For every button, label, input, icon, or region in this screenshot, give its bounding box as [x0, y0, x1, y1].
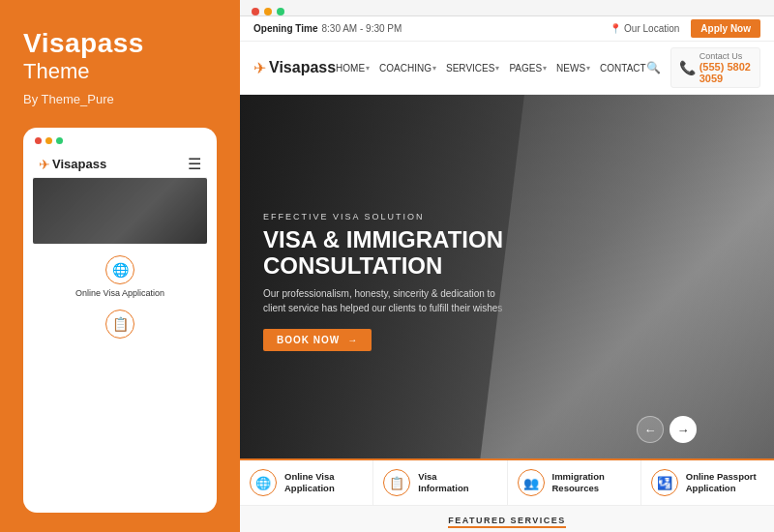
online-visa-icon: 🌐 — [250, 469, 277, 496]
opening-time: 8:30 AM - 9:30 PM — [322, 23, 402, 34]
phone-icon: 📞 — [679, 60, 696, 75]
mobile-logo: ✈ Visapass — [39, 157, 106, 172]
mobile-service-icon-visa: 🌐 — [105, 255, 134, 284]
book-now-button[interactable]: BOOK NOW → — [263, 329, 372, 351]
mobile-browser-dots — [33, 137, 207, 144]
location-pin-icon: 📍 — [610, 23, 621, 34]
mobile-hero-overlay — [33, 178, 207, 244]
topbar-left: Opening Time 8:30 AM - 9:30 PM — [253, 23, 402, 34]
mobile-preview: ✈ Visapass ☰ 🌐 Online Visa Application 📋 — [23, 128, 217, 513]
hero-description: Our professionalism, honesty, sincerity … — [263, 286, 515, 315]
mobile-service-list: 🌐 Online Visa Application 📋 — [33, 251, 207, 342]
website-preview: Opening Time 8:30 AM - 9:30 PM 📍 Our Loc… — [240, 16, 774, 532]
sidebar-brand: Visapass Theme By Theme_Pure — [23, 29, 217, 106]
nav-contact-info: Contact Us (555) 5802 3059 — [700, 51, 752, 84]
nav-logo-text: Visapass — [269, 59, 336, 76]
hero-title-line2: CONSULTATION — [263, 252, 442, 279]
service-item-info[interactable]: 📋 VisaInformation — [373, 460, 507, 505]
hero-bg-shape — [480, 95, 774, 458]
book-now-arrow: → — [347, 335, 358, 345]
mobile-hero-image — [33, 178, 207, 244]
service-item-info-text: VisaInformation — [418, 471, 468, 495]
brand-name: Visapass — [23, 29, 217, 59]
passport-label: Online PassportApplication — [686, 471, 757, 495]
top-bar: Opening Time 8:30 AM - 9:30 PM 📍 Our Loc… — [240, 16, 774, 42]
nav-logo: ✈ Visapass — [253, 59, 336, 77]
mobile-service-item-2: 📋 — [35, 310, 205, 339]
sidebar: Visapass Theme By Theme_Pure ✈ Visapass … — [0, 0, 240, 532]
service-bar: 🌐 Online VisaApplication 📋 VisaInformati… — [240, 458, 774, 505]
immigration-icon: 👥 — [518, 469, 545, 496]
browser-dot-yellow — [264, 8, 272, 15]
hero-next-button[interactable]: → — [670, 416, 697, 443]
mobile-service-label: Online Visa Application — [75, 288, 164, 300]
location-label: 📍 Our Location — [610, 23, 679, 34]
browser-dot-green — [277, 8, 284, 15]
nav-link-contact[interactable]: CONTACT — [600, 63, 646, 74]
nav-logo-star-icon: ✈ — [253, 59, 266, 77]
service-item-immigration-text: ImmigrationResources — [552, 471, 605, 495]
nav-link-coaching[interactable]: COACHING ▾ — [379, 63, 436, 74]
online-visa-label: Online VisaApplication — [284, 471, 335, 495]
main-nav: ✈ Visapass HOME ▾ COACHING ▾ SERVICES ▾ … — [240, 42, 774, 95]
brand-sub: Theme — [23, 59, 217, 84]
service-item-visa-text: Online VisaApplication — [284, 471, 335, 495]
visa-info-label: VisaInformation — [418, 471, 468, 495]
nav-links: HOME ▾ COACHING ▾ SERVICES ▾ PAGES ▾ NEW… — [336, 63, 646, 74]
hamburger-icon[interactable]: ☰ — [188, 155, 201, 173]
nav-right: 🔍 📞 Contact Us (555) 5802 3059 — [646, 47, 760, 88]
contact-us-label: Contact Us — [700, 51, 752, 61]
dot-green — [56, 137, 63, 144]
mobile-nav: ✈ Visapass ☰ — [33, 151, 207, 178]
mobile-logo-star-icon: ✈ — [39, 157, 50, 172]
main-content: Opening Time 8:30 AM - 9:30 PM 📍 Our Loc… — [240, 0, 774, 532]
featured-bar: FEATURED SERVICES — [240, 505, 774, 532]
nav-link-services[interactable]: SERVICES ▾ — [446, 63, 499, 74]
browser-dot-red — [252, 8, 259, 15]
service-item-passport-text: Online PassportApplication — [686, 471, 757, 495]
dot-red — [35, 137, 42, 144]
featured-label: FEATURED SERVICES — [448, 516, 566, 528]
opening-label: Opening Time — [253, 23, 318, 34]
nav-link-home[interactable]: HOME ▾ — [336, 63, 370, 74]
mobile-service-icon-doc: 📋 — [105, 310, 134, 339]
hero-title-line1: VISA & IMMIGRATION — [263, 226, 503, 252]
search-icon[interactable]: 🔍 — [646, 61, 661, 74]
visa-info-icon: 📋 — [383, 469, 410, 496]
book-now-label: BOOK NOW — [277, 335, 340, 345]
hero-prev-button[interactable]: ← — [637, 416, 664, 443]
nav-contact: 📞 Contact Us (555) 5802 3059 — [670, 47, 760, 88]
hero-section: EFFECTIVE VISA SOLUTION VISA & IMMIGRATI… — [240, 95, 774, 458]
passport-icon: 🛂 — [651, 469, 678, 496]
phone-number: (555) 5802 3059 — [700, 61, 752, 84]
dot-yellow — [45, 137, 52, 144]
brand-by: By Theme_Pure — [23, 92, 217, 106]
nav-link-news[interactable]: NEWS ▾ — [556, 63, 590, 74]
service-item-visa[interactable]: 🌐 Online VisaApplication — [240, 460, 373, 505]
mobile-logo-text: Visapass — [52, 157, 106, 171]
mobile-service-item: 🌐 Online Visa Application — [35, 255, 205, 300]
browser-chrome — [240, 0, 774, 16]
immigration-label: ImmigrationResources — [552, 471, 605, 495]
topbar-right: 📍 Our Location Apply Now — [610, 19, 760, 38]
service-item-immigration[interactable]: 👥 ImmigrationResources — [508, 460, 641, 505]
nav-link-pages[interactable]: PAGES ▾ — [509, 63, 547, 74]
service-item-passport[interactable]: 🛂 Online PassportApplication — [641, 460, 774, 505]
apply-now-button[interactable]: Apply Now — [691, 19, 760, 38]
hero-nav-arrows: ← → — [637, 416, 697, 443]
